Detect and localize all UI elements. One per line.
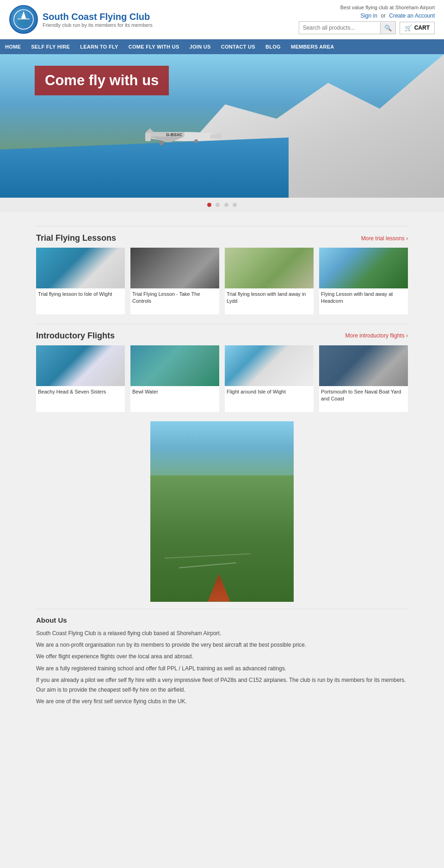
trial-card-2-title: Trial Flying Lesson - Take The Controls (130, 288, 219, 306)
about-para-4: We are a fully registered training schoo… (36, 664, 408, 673)
nav-self-fly-hire[interactable]: SELF FLY HIRE (26, 39, 75, 54)
trial-section-title: Trial Flying Lessons (36, 233, 116, 243)
intro-card-1: Beachy Head & Seven Sisters ​ (36, 345, 125, 412)
cart-icon: 🛒 (405, 25, 412, 31)
search-container: 🔍 (299, 21, 396, 34)
hero-section: G-BSXC Come fly with us (0, 54, 444, 212)
center-image-wrap (36, 421, 408, 602)
about-title: About Us (36, 616, 408, 624)
intro-card-3-img (225, 345, 314, 386)
logo-area: South Coast Flying Club Friendly club ru… (9, 5, 153, 34)
or-text: or (381, 12, 386, 19)
signin-link[interactable]: Sign in (360, 12, 377, 19)
intro-section: Introductory Flights More introductory f… (36, 324, 408, 412)
trial-card-2-img (130, 248, 219, 288)
header-search-cart: 🔍 🛒 CART (299, 21, 435, 34)
dot-2[interactable] (216, 203, 220, 207)
trial-more-link[interactable]: More trial lessons › (361, 235, 408, 242)
about-section: About Us South Coast Flying Club is a re… (36, 609, 408, 718)
trial-card-4-img (319, 248, 408, 288)
nav-join-us[interactable]: JOIN US (185, 39, 216, 54)
svg-rect-4 (18, 19, 30, 19)
about-para-5: If you are already a pilot we offer self… (36, 675, 408, 694)
nav-members-area[interactable]: MEMBERS AREA (286, 39, 339, 54)
intro-section-header: Introductory Flights More introductory f… (36, 324, 408, 341)
hero-dots (0, 198, 444, 212)
intro-card-4-price: ​ (319, 404, 408, 412)
svg-text:G-BSXC: G-BSXC (166, 132, 183, 137)
intro-card-1-img (36, 345, 125, 386)
logo-subtitle: Friendly club run by its members for its… (43, 22, 153, 28)
intro-more-link[interactable]: More introductory flights › (345, 332, 408, 339)
nav-learn-to-fly[interactable]: LEARN TO FLY (75, 39, 123, 54)
hero-image: G-BSXC Come fly with us (0, 54, 444, 198)
header: South Coast Flying Club Friendly club ru… (0, 0, 444, 39)
trial-card-4-title: Flying Lesson with land away at Headcorn (319, 288, 408, 306)
intro-card-1-title: Beachy Head & Seven Sisters (36, 386, 125, 397)
navigation: HOME SELF FLY HIRE LEARN TO FLY COME FLY… (0, 39, 444, 54)
intro-card-3-title: Flight around Isle of Wight (225, 386, 314, 397)
search-input[interactable] (299, 22, 380, 34)
intro-card-2-price: ​ (130, 397, 219, 405)
trial-section: Trial Flying Lessons More trial lessons … (36, 226, 408, 314)
logo-name: South Coast Flying Club (43, 12, 153, 22)
trial-card-1-img (36, 248, 125, 288)
logo-text: South Coast Flying Club Friendly club ru… (43, 12, 153, 28)
trial-card-3-price: ​ (225, 306, 314, 314)
intro-section-title: Introductory Flights (36, 331, 115, 341)
dot-3[interactable] (224, 203, 228, 207)
main-content: Trial Flying Lessons More trial lessons … (0, 212, 444, 731)
header-auth: Sign in or Create an Account (360, 12, 435, 19)
intro-card-4-title: Portsmouth to See Naval Boat Yard and Co… (319, 386, 408, 404)
nav-contact-us[interactable]: CONTACT US (216, 39, 260, 54)
about-para-1: South Coast Flying Club is a relaxed fly… (36, 629, 408, 638)
logo-svg (13, 9, 34, 30)
hero-overlay: Come fly with us (35, 66, 169, 95)
intro-card-4: Portsmouth to See Naval Boat Yard and Co… (319, 345, 408, 412)
intro-card-1-price: ​ (36, 397, 125, 405)
intro-card-2-img (130, 345, 219, 386)
about-para-2: We are a non-profit organisation run by … (36, 640, 408, 649)
intro-card-3-price: ​ (225, 397, 314, 405)
header-right: Best value flying club at Shoreham Airpo… (299, 5, 435, 34)
header-tagline: Best value flying club at Shoreham Airpo… (340, 5, 435, 10)
trial-card-1: Trial flying lesson to Isle of Wight ​ (36, 248, 125, 314)
svg-marker-10 (145, 128, 154, 133)
intro-card-2: Bewl Water ​ (130, 345, 219, 412)
svg-rect-9 (145, 133, 151, 141)
trial-card-1-price: ​ (36, 299, 125, 307)
svg-point-13 (194, 139, 198, 143)
logo-icon (9, 5, 38, 34)
trial-card-4-price: ​ (319, 306, 408, 314)
trial-card-4: Flying Lesson with land away at Headcorn… (319, 248, 408, 314)
trial-card-3-title: Trial flying lesson with land away in Ly… (225, 288, 314, 306)
intro-card-3: Flight around Isle of Wight ​ (225, 345, 314, 412)
trial-card-1-title: Trial flying lesson to Isle of Wight (36, 288, 125, 299)
hero-title: Come fly with us (45, 72, 159, 89)
intro-card-4-img (319, 345, 408, 386)
nav-home[interactable]: HOME (0, 39, 26, 54)
trial-card-3-img (225, 248, 314, 288)
nav-come-fly-with-us[interactable]: COME FLY WITH US (123, 39, 185, 54)
intro-cards-grid: Beachy Head & Seven Sisters ​ Bewl Water… (36, 345, 408, 412)
trial-cards-grid: Trial flying lesson to Isle of Wight ​ T… (36, 248, 408, 314)
center-image (150, 421, 294, 602)
search-icon: 🔍 (384, 25, 392, 31)
intro-card-2-title: Bewl Water (130, 386, 219, 397)
trial-card-3: Trial flying lesson with land away in Ly… (225, 248, 314, 314)
dot-1[interactable] (207, 203, 211, 207)
cart-button[interactable]: 🛒 CART (400, 22, 435, 34)
cart-label: CART (414, 25, 430, 31)
svg-marker-2 (21, 11, 26, 18)
svg-point-12 (159, 141, 164, 145)
hero-plane-svg: G-BSXC (124, 119, 226, 151)
dot-4[interactable] (233, 203, 237, 207)
about-para-6: We are one of the very first self servic… (36, 697, 408, 706)
create-account-link[interactable]: Create an Account (389, 12, 435, 19)
nav-blog[interactable]: BLOG (260, 39, 286, 54)
trial-section-header: Trial Flying Lessons More trial lessons … (36, 226, 408, 243)
about-para-3: We offer flight experience flights over … (36, 652, 408, 661)
trial-card-2-price: ​ (130, 306, 219, 314)
trial-card-2: Trial Flying Lesson - Take The Controls … (130, 248, 219, 314)
search-button[interactable]: 🔍 (380, 22, 395, 34)
